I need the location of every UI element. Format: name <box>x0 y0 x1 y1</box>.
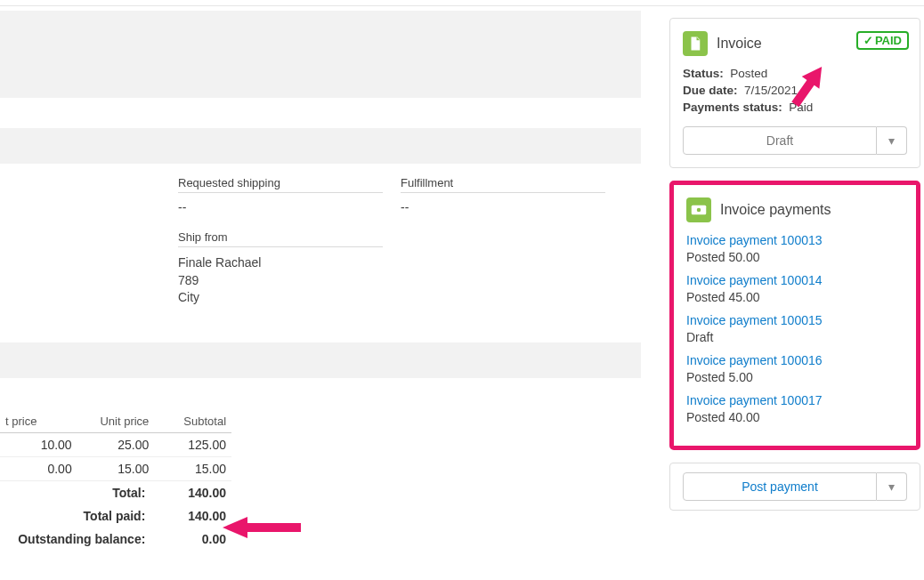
table-row: 10.00 25.00 125.00 <box>0 433 231 457</box>
chevron-down-icon: ▾ <box>888 133 895 148</box>
status-label: Status: <box>683 67 724 80</box>
main-content: Requested shipping -- Fulfillment -- Shi… <box>0 11 641 551</box>
placeholder-block <box>0 11 641 98</box>
payment-icon <box>686 197 711 222</box>
invoice-card-title: Invoice <box>717 36 762 52</box>
total-value: 140.00 <box>150 481 231 504</box>
line-items-table: t price Unit price Subtotal 10.00 25.00 … <box>0 410 231 551</box>
paid-badge: ✓PAID <box>856 31 909 50</box>
payment-link[interactable]: Invoice payment 100015 <box>686 313 904 327</box>
due-date-label: Due date: <box>683 84 738 97</box>
ship-from-name: Finale Rachael <box>178 254 641 272</box>
draft-button-dropdown[interactable]: ▾ <box>877 126 907 155</box>
svg-rect-2 <box>693 46 698 48</box>
post-payment-button[interactable]: Post payment <box>683 472 877 501</box>
payment-link[interactable]: Invoice payment 100013 <box>686 233 904 247</box>
payment-status-text: Posted 50.00 <box>686 250 904 264</box>
payment-status-text: Posted 40.00 <box>686 410 904 424</box>
fulfillment-value: -- <box>401 200 605 214</box>
total-label: Total: <box>0 481 150 504</box>
payment-item: Invoice payment 100016Posted 5.00 <box>686 353 904 384</box>
payment-item: Invoice payment 100017Posted 40.00 <box>686 393 904 424</box>
check-icon: ✓ <box>863 34 873 47</box>
col-unit-price: Unit price <box>77 410 155 432</box>
draft-button[interactable]: Draft <box>683 126 877 155</box>
col-price: t price <box>0 410 77 432</box>
post-payment-dropdown[interactable]: ▾ <box>877 472 907 501</box>
total-paid-value: 140.00 <box>150 504 231 528</box>
col-subtotal: Subtotal <box>154 410 231 432</box>
table-row: 0.00 15.00 15.00 <box>0 457 231 481</box>
payment-item: Invoice payment 100014Posted 45.00 <box>686 273 904 304</box>
payment-status-text: Draft <box>686 330 904 344</box>
payment-status-text: Posted 45.00 <box>686 290 904 304</box>
fulfillment-field: Fulfillment -- <box>401 169 605 214</box>
payments-status-label: Payments status: <box>683 101 782 114</box>
payment-item: Invoice payment 100013Posted 50.00 <box>686 233 904 264</box>
annotation-arrow-icon <box>778 43 849 114</box>
annotation-arrow-icon <box>223 514 303 541</box>
payment-link[interactable]: Invoice payment 100014 <box>686 273 904 287</box>
placeholder-block <box>0 128 641 164</box>
invoice-payments-card: Invoice payments Invoice payment 100013P… <box>669 181 920 450</box>
payment-item: Invoice payment 100015Draft <box>686 313 904 344</box>
svg-marker-5 <box>787 60 831 110</box>
ship-from-block: Ship from Finale Rachael 789 City <box>0 214 641 307</box>
requested-shipping-value: -- <box>178 200 383 214</box>
chevron-down-icon: ▾ <box>888 479 895 494</box>
payment-link[interactable]: Invoice payment 100016 <box>686 353 904 367</box>
outstanding-balance-value: 0.00 <box>150 528 231 551</box>
svg-marker-0 <box>223 517 301 538</box>
placeholder-block <box>0 342 641 378</box>
requested-shipping-field: Requested shipping -- <box>178 169 383 214</box>
post-payment-card: Post payment ▾ <box>669 463 920 511</box>
shipping-section: Requested shipping -- Fulfillment -- Shi… <box>0 169 641 318</box>
invoice-icon <box>683 31 708 56</box>
outstanding-balance-label: Outstanding balance: <box>0 528 150 551</box>
svg-rect-1 <box>693 44 698 45</box>
svg-point-4 <box>697 208 701 213</box>
fulfillment-label: Fulfillment <box>401 176 605 193</box>
ship-from-city: City <box>178 289 641 307</box>
ship-from-addr1: 789 <box>178 272 641 290</box>
payment-status-text: Posted 5.00 <box>686 370 904 384</box>
requested-shipping-label: Requested shipping <box>178 176 383 193</box>
ship-from-label: Ship from <box>178 230 383 247</box>
payment-link[interactable]: Invoice payment 100017 <box>686 393 904 407</box>
status-value: Posted <box>730 67 767 80</box>
total-paid-label: Total paid: <box>0 504 150 528</box>
invoice-payments-title: Invoice payments <box>720 202 831 218</box>
